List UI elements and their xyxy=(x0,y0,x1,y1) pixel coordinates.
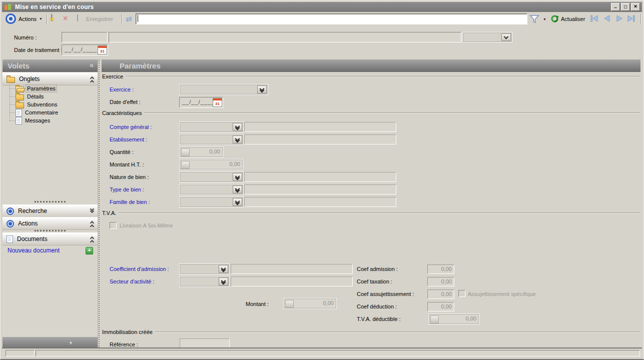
combobox-arrow-icon[interactable] xyxy=(233,136,242,144)
sidebar-title: Volets xyxy=(8,62,30,70)
quantite-field[interactable]: 0,00 xyxy=(179,146,223,158)
tree-item-details[interactable]: Détails xyxy=(3,92,98,100)
tree-item-commentaire[interactable]: Commentaire xyxy=(3,108,98,116)
exercice-combobox-arrow-icon[interactable] xyxy=(257,86,267,94)
montant-ht-field[interactable]: 0,00 xyxy=(179,159,243,170)
combobox-arrow-icon[interactable] xyxy=(233,173,242,181)
combobox-arrow-icon[interactable] xyxy=(219,278,228,286)
collapse-up-icon[interactable] xyxy=(91,236,94,244)
etablissement-label: Etablissement : xyxy=(110,136,147,142)
nouveau-document-link[interactable]: Nouveau document xyxy=(8,247,60,254)
etablissement-combobox[interactable] xyxy=(179,134,244,145)
combobox-arrow-icon[interactable] xyxy=(219,265,228,273)
type-combobox[interactable] xyxy=(462,32,512,42)
actions-target-icon[interactable] xyxy=(6,14,16,24)
close-button[interactable]: × xyxy=(631,3,640,11)
coef-taxation-field[interactable]: 0,00 xyxy=(427,277,454,286)
add-document-icon[interactable]: + xyxy=(86,247,93,254)
coef-admission-label: Coef admission : xyxy=(357,266,398,272)
splitter-handle[interactable] xyxy=(35,201,66,202)
expand-down-icon[interactable] xyxy=(91,208,94,212)
sidebar-section-onglets[interactable]: Onglets xyxy=(3,72,98,86)
text-caret xyxy=(138,15,138,22)
date-traitement-field[interactable]: __/__/____ 31 xyxy=(62,44,108,56)
montant-label: Montant : xyxy=(246,301,269,307)
compte-general-libelle-field[interactable] xyxy=(244,122,396,132)
date-effet-calendar-icon[interactable]: 31 xyxy=(213,98,222,107)
numero-field[interactable] xyxy=(62,32,108,42)
minimize-button[interactable]: _ xyxy=(611,3,620,11)
refresh-icon[interactable] xyxy=(550,14,559,23)
filter-dropdown-arrow-icon[interactable]: ▼ xyxy=(543,18,546,21)
assujettissement-specifique-checkbox[interactable] xyxy=(458,290,465,297)
search-input[interactable] xyxy=(139,14,526,24)
nav-last-icon[interactable] xyxy=(627,14,636,22)
montant-ht-calculator-button[interactable] xyxy=(181,161,190,169)
save-button[interactable]: Enregistrer xyxy=(86,16,113,22)
secteur-activite-combobox[interactable] xyxy=(179,276,230,287)
folder-icon xyxy=(7,77,15,83)
date-effet-field[interactable]: __/__/____ 31 xyxy=(179,97,223,108)
tva-deductible-field[interactable]: 0,00 xyxy=(428,314,479,324)
montant-field[interactable]: 0,00 xyxy=(283,298,337,309)
type-bien-combobox[interactable] xyxy=(179,184,244,195)
onglets-section-label: Onglets xyxy=(19,76,40,82)
nature-bien-libelle-field[interactable] xyxy=(244,172,396,182)
refresh-button[interactable]: Actualiser xyxy=(561,16,585,22)
nav-previous-icon[interactable] xyxy=(603,14,611,22)
panel-dropdown-icon: ▼ xyxy=(69,340,73,346)
sidebar-section-actions[interactable]: Actions xyxy=(3,217,98,230)
coefficient-admission-libelle-field[interactable] xyxy=(231,264,353,274)
tree-item-parametres[interactable]: Paramètres xyxy=(3,84,98,92)
actions-dropdown-arrow-icon[interactable]: ▼ xyxy=(39,17,43,20)
type-bien-libelle-field[interactable] xyxy=(244,184,396,194)
famille-bien-combobox[interactable] xyxy=(179,196,244,208)
numero-libelle-field[interactable] xyxy=(109,32,461,42)
coef-assujettissement-field[interactable]: 0,00 xyxy=(427,290,454,299)
sidebar-section-documents[interactable]: Documents xyxy=(3,232,98,246)
secteur-activite-libelle-field[interactable] xyxy=(231,276,353,286)
coef-taxation-label: Coef taxation : xyxy=(357,278,392,284)
sidebar: Volets « Onglets Paramètres Détails Subv… xyxy=(3,60,98,348)
group-immobilisation: Immobilisation créée xyxy=(102,328,640,335)
save-icon[interactable] xyxy=(77,14,78,22)
coef-deduction-field[interactable]: 0,00 xyxy=(427,302,454,312)
toolbar-search-field[interactable] xyxy=(136,14,527,24)
coef-admission-field[interactable]: 0,00 xyxy=(427,264,454,274)
nav-next-icon[interactable] xyxy=(615,14,623,22)
new-document-icon[interactable]: ★ xyxy=(51,14,52,21)
tva-deductible-calculator-button[interactable] xyxy=(430,316,439,324)
coefficient-admission-combobox[interactable] xyxy=(179,264,230,274)
filter-icon[interactable] xyxy=(529,14,539,24)
splitter-handle[interactable] xyxy=(35,230,66,232)
sync-icon[interactable]: ⇄ xyxy=(126,14,132,24)
maximize-button[interactable]: □ xyxy=(621,3,630,11)
reference-label: Référence : xyxy=(110,342,138,348)
actions-menu[interactable]: Actions xyxy=(19,16,37,22)
status-bar xyxy=(2,348,642,358)
document-icon xyxy=(7,236,13,243)
sidebar-section-recherche[interactable]: Recherche xyxy=(3,204,98,218)
exercice-combobox[interactable] xyxy=(179,84,268,95)
combobox-arrow-icon[interactable] xyxy=(233,186,242,194)
titlebar: Mise en service d'en cours _ □ × xyxy=(2,2,642,12)
montant-calculator-button[interactable] xyxy=(285,300,294,308)
collapse-up-icon[interactable] xyxy=(91,76,94,84)
famille-bien-libelle-field[interactable] xyxy=(244,197,396,207)
sidebar-splitter[interactable] xyxy=(99,60,100,348)
type-combobox-arrow-icon[interactable] xyxy=(501,34,511,41)
sidebar-collapse-icon[interactable]: « xyxy=(90,61,94,69)
quantite-calculator-button[interactable] xyxy=(181,148,190,156)
delete-icon[interactable]: × xyxy=(63,15,68,22)
tree-item-messages[interactable]: Messages xyxy=(3,116,98,124)
etablissement-libelle-field[interactable] xyxy=(244,134,396,144)
tree-item-subventions[interactable]: Subventions xyxy=(3,100,98,108)
livraison-checkbox[interactable] xyxy=(110,222,117,229)
compte-general-combobox[interactable] xyxy=(179,122,244,132)
combobox-arrow-icon[interactable] xyxy=(233,123,242,131)
combobox-arrow-icon[interactable] xyxy=(233,198,242,206)
date-traitement-calendar-icon[interactable]: 31 xyxy=(98,46,107,54)
nav-first-icon[interactable] xyxy=(590,14,599,22)
nature-bien-combobox[interactable] xyxy=(179,172,244,182)
collapse-up-icon[interactable] xyxy=(91,221,94,228)
